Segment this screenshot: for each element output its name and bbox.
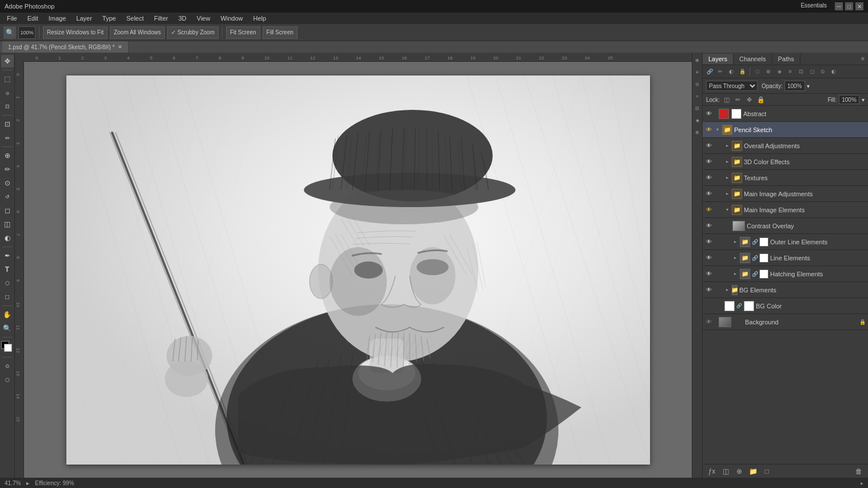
lock-position-btn[interactable]: ✥ bbox=[745, 95, 754, 104]
expand-main-img-elements[interactable]: ▾ bbox=[724, 206, 730, 214]
add-mask-button[interactable]: ◫ bbox=[720, 466, 731, 477]
zoom-all-windows-button[interactable]: Zoom All Windows bbox=[110, 26, 165, 39]
opacity-arrow[interactable]: ▾ bbox=[807, 83, 810, 89]
eye-icon-pencil-sketch[interactable]: 👁 bbox=[705, 126, 713, 134]
layer-item-textures[interactable]: 👁 ▸ 📁 Textures bbox=[703, 170, 868, 186]
menu-file[interactable]: File bbox=[2, 14, 22, 23]
minimize-button[interactable]: ─ bbox=[835, 2, 843, 10]
dodge-tool[interactable]: ◐ bbox=[1, 232, 14, 244]
layer-item-line-elements[interactable]: 👁 ▸ 📁 🔗 Line Elements bbox=[703, 250, 868, 266]
shape-tool[interactable]: □ bbox=[1, 291, 14, 303]
side-icon-3[interactable]: ⊙ bbox=[692, 79, 703, 89]
layers-icon-btn-10[interactable]: ◻ bbox=[807, 67, 817, 76]
background-color[interactable] bbox=[4, 344, 12, 352]
menu-3d[interactable]: 3D bbox=[174, 14, 191, 23]
hand-tool[interactable]: ✋ bbox=[1, 308, 14, 321]
screen-mode-tool[interactable]: ⬡ bbox=[1, 374, 14, 386]
add-style-button[interactable]: ƒx bbox=[706, 466, 718, 477]
layers-icon-btn-3[interactable]: ◐ bbox=[727, 67, 736, 76]
quick-mask-tool[interactable]: ⊙ bbox=[1, 360, 14, 372]
layer-item-bg-elements[interactable]: 👁 ▸ 📁 BG Elements bbox=[703, 282, 868, 298]
expand-3d-color[interactable]: ▸ bbox=[724, 158, 730, 166]
side-icon-2[interactable]: ≡ bbox=[692, 67, 703, 77]
expand-line-elements[interactable]: ▸ bbox=[732, 254, 738, 262]
menu-image[interactable]: Image bbox=[44, 14, 71, 23]
side-icon-7[interactable]: ⊛ bbox=[692, 127, 703, 137]
eye-icon-overall-adj[interactable]: 👁 bbox=[705, 142, 713, 150]
layers-icon-btn-9[interactable]: ⊡ bbox=[796, 67, 806, 76]
delete-layer-button[interactable]: 🗑 bbox=[853, 466, 865, 477]
type-tool[interactable]: T bbox=[1, 263, 14, 276]
menu-type[interactable]: Type bbox=[98, 14, 121, 23]
canvas-image[interactable] bbox=[66, 76, 650, 465]
status-right-btn[interactable]: ▸ bbox=[861, 480, 863, 486]
resize-windows-button[interactable]: Resize Windows to Fit bbox=[43, 26, 108, 39]
zoom-tool[interactable]: 🔍 bbox=[1, 322, 14, 335]
quick-select-tool[interactable]: ⊡ bbox=[1, 100, 14, 113]
crop-tool[interactable]: ⊡ bbox=[1, 118, 14, 130]
eye-icon-main-img-elements[interactable]: 👁 bbox=[705, 206, 713, 214]
layers-icon-btn-11[interactable]: ⊙ bbox=[818, 67, 827, 76]
expand-textures[interactable]: ▸ bbox=[724, 174, 730, 182]
expand-pencil-sketch[interactable]: ▾ bbox=[715, 126, 720, 134]
lasso-tool[interactable]: ⌾ bbox=[1, 86, 14, 99]
layer-item-abstract[interactable]: 👁 Abstract bbox=[703, 106, 868, 122]
layer-item-bg-color[interactable]: 👁 🔗 BG Color bbox=[703, 298, 868, 314]
eye-icon-hatching[interactable]: 👁 bbox=[705, 270, 713, 278]
move-tool[interactable]: ✥ bbox=[1, 55, 14, 68]
lock-all-btn[interactable]: 🔒 bbox=[756, 95, 766, 104]
panel-menu-icon[interactable]: ≡ bbox=[858, 54, 868, 64]
opacity-input[interactable] bbox=[784, 81, 805, 91]
eye-icon-outer-line[interactable]: 👁 bbox=[705, 238, 713, 246]
eye-icon-textures[interactable]: 👁 bbox=[705, 174, 713, 182]
layer-item-background[interactable]: 👁 Background 🔒 bbox=[703, 314, 868, 330]
lock-transparency-btn[interactable]: ◫ bbox=[722, 95, 731, 104]
eye-icon-background[interactable]: 👁 bbox=[705, 318, 713, 326]
layers-icon-btn-7[interactable]: ◈ bbox=[775, 67, 784, 76]
scrubby-zoom-button[interactable]: ✓ Scrubby Zoom bbox=[167, 26, 219, 39]
layers-icon-btn-12[interactable]: ◐ bbox=[829, 67, 838, 76]
lock-pixels-btn[interactable]: ✏ bbox=[734, 95, 743, 104]
side-icon-6[interactable]: ◈ bbox=[692, 115, 703, 125]
layer-item-hatching[interactable]: 👁 ▸ 📁 🔗 Hatching Elements bbox=[703, 266, 868, 282]
new-layer-button[interactable]: □ bbox=[761, 466, 772, 477]
doc-tab-active[interactable]: 1.psd @ 41.7% (Pencil Sketch, RGB/8#) * … bbox=[2, 41, 129, 53]
layer-item-main-img-elements[interactable]: 👁 ▾ 📁 Main Image Elements bbox=[703, 202, 868, 218]
layers-icon-btn-4[interactable]: 🔒 bbox=[738, 67, 747, 76]
eye-icon-bg-elements[interactable]: 👁 bbox=[705, 286, 713, 294]
maximize-button[interactable]: □ bbox=[845, 2, 853, 10]
menu-edit[interactable]: Edit bbox=[23, 14, 43, 23]
layer-item-3d-color[interactable]: 👁 ▸ 📁 3D Color Effects bbox=[703, 154, 868, 170]
doc-tab-close[interactable]: ✕ bbox=[118, 44, 122, 50]
layers-icon-btn-6[interactable]: ⊕ bbox=[764, 67, 773, 76]
menu-select[interactable]: Select bbox=[122, 14, 149, 23]
layers-icon-btn-2[interactable]: ✏ bbox=[716, 67, 725, 76]
close-button[interactable]: ✕ bbox=[855, 2, 863, 10]
tab-layers[interactable]: Layers bbox=[703, 54, 734, 64]
menu-filter[interactable]: Filter bbox=[149, 14, 172, 23]
side-icon-4[interactable]: ≈ bbox=[692, 91, 703, 101]
expand-outer-line[interactable]: ▸ bbox=[732, 238, 738, 246]
side-icon-5[interactable]: ⊡ bbox=[692, 103, 703, 113]
layer-item-main-img-adj[interactable]: 👁 ▸ 📁 Main Image Adjustments bbox=[703, 186, 868, 202]
pen-tool[interactable]: ✒ bbox=[1, 249, 14, 262]
tab-channels[interactable]: Channels bbox=[734, 54, 772, 64]
expand-main-img-adj[interactable]: ▸ bbox=[724, 190, 730, 198]
layer-item-pencil-sketch[interactable]: 👁 ▾ 📁 Pencil Sketch bbox=[703, 122, 868, 138]
heal-tool[interactable]: ⊕ bbox=[1, 149, 14, 162]
brush-tool[interactable]: ✏ bbox=[1, 163, 14, 176]
marquee-tool[interactable]: ⬚ bbox=[1, 73, 14, 85]
blend-mode-select[interactable]: Pass Through Normal Multiply Screen Over… bbox=[706, 81, 758, 91]
layer-item-outer-line[interactable]: 👁 ▸ 📁 🔗 Outer Line Elements bbox=[703, 234, 868, 250]
path-selection-tool[interactable]: ⬡ bbox=[1, 277, 14, 289]
side-icon-1[interactable]: ⊕ bbox=[692, 55, 703, 65]
fit-screen-button[interactable]: Fit Screen bbox=[226, 26, 260, 39]
history-brush-tool[interactable]: ↺ bbox=[1, 191, 14, 203]
eye-icon-main-img-adj[interactable]: 👁 bbox=[705, 190, 713, 198]
layers-icon-btn-8[interactable]: ≡ bbox=[786, 67, 795, 76]
eyedropper-tool[interactable]: ✏ bbox=[1, 132, 14, 144]
eye-icon-3d-color[interactable]: 👁 bbox=[705, 158, 713, 166]
layers-icon-btn-1[interactable]: 🔗 bbox=[705, 67, 714, 76]
expand-hatching[interactable]: ▸ bbox=[732, 270, 738, 278]
eye-icon-abstract[interactable]: 👁 bbox=[705, 110, 713, 118]
